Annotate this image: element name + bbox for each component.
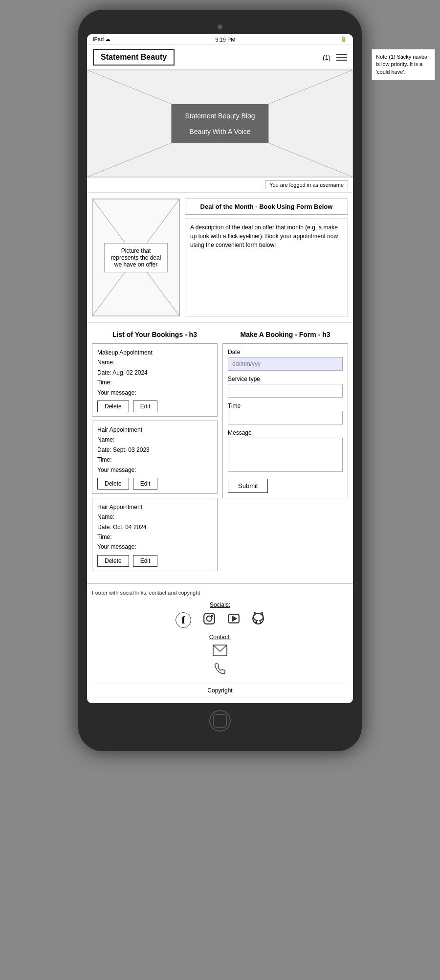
booking-card-2: Hair Appointment Name: Date: Sept. 03 20…	[92, 421, 218, 494]
footer-socials-icons: f	[92, 612, 348, 628]
screen: iPad ☁ 9:19 PM 🔋 Statement Beauty (1)	[87, 34, 353, 703]
booking-2-delete-button[interactable]: Delete	[97, 478, 129, 490]
svg-point-7	[207, 616, 212, 621]
device-frame: iPad ☁ 9:19 PM 🔋 Statement Beauty (1)	[78, 10, 362, 751]
svg-marker-10	[233, 617, 237, 621]
booking-3-name: Name:	[97, 512, 212, 522]
booking-2-actions: Delete Edit	[97, 478, 212, 490]
booking-3-date: Date: Oct. 04 2024	[97, 522, 212, 532]
note-text: Note (1) Sticky navbar is low priority. …	[376, 54, 429, 75]
booking-2-name: Name:	[97, 435, 212, 445]
device-bottom	[87, 710, 353, 732]
footer-note: Footer with social links, contact and co…	[92, 590, 348, 596]
booking-1-date: Date: Aug. 02 2024	[97, 368, 212, 378]
hamburger-line-2	[336, 57, 347, 58]
home-button-inner	[213, 714, 227, 728]
youtube-icon[interactable]	[227, 612, 240, 628]
booking-3-edit-button[interactable]: Edit	[133, 555, 158, 567]
booking-1-actions: Delete Edit	[97, 401, 212, 412]
navbar-logo[interactable]: Statement Beauty	[93, 49, 175, 66]
hamburger-menu[interactable]	[336, 54, 347, 61]
message-textarea[interactable]	[228, 438, 343, 472]
note-callout: Note (1) Sticky navbar is low priority. …	[372, 49, 435, 80]
home-button[interactable]	[209, 710, 231, 732]
status-device: iPad ☁	[93, 36, 110, 43]
outer-wrapper: Note (1) Sticky navbar is low priority. …	[0, 10, 440, 751]
hamburger-line-3	[336, 60, 347, 61]
booking-2-date: Date: Sept. 03 2023	[97, 445, 212, 455]
booking-3-delete-button[interactable]: Delete	[97, 555, 129, 567]
form-date-group: Date	[228, 349, 343, 371]
bookings-list-heading: List of Your Bookings - h3	[92, 331, 218, 338]
deal-section: Picture that represents the deal we have…	[87, 193, 353, 323]
form-message-group: Message	[228, 429, 343, 474]
instagram-icon[interactable]	[203, 612, 216, 628]
form-date-label: Date	[228, 349, 343, 356]
hero-overlay: Statement Beauty Blog Beauty With A Voic…	[171, 104, 268, 143]
email-icon[interactable]	[213, 645, 227, 659]
facebook-icon[interactable]: f	[176, 612, 191, 628]
phone-icon[interactable]	[214, 663, 226, 678]
booking-2-message: Your message:	[97, 465, 212, 475]
form-service-label: Service type	[228, 376, 343, 382]
booking-card-1: Makeup Appointment Name: Date: Aug. 02 2…	[92, 343, 218, 417]
booking-2-time: Time:	[97, 455, 212, 465]
status-battery: 🔋	[340, 36, 347, 43]
device-top	[87, 24, 353, 29]
footer-contact-icons	[92, 645, 348, 678]
hero-line1: Statement Beauty Blog	[185, 112, 255, 120]
time-input[interactable]	[228, 411, 343, 424]
svg-point-8	[212, 615, 213, 616]
hero-line2: Beauty With A Voice	[185, 128, 255, 135]
deal-title: Deal of the Month - Book Using Form Belo…	[185, 199, 348, 215]
deal-image-label: Picture that represents the deal we have…	[104, 243, 168, 272]
service-input[interactable]	[228, 384, 343, 398]
deal-description: A description of the deal on offer that …	[185, 219, 348, 316]
bookings-section: List of Your Bookings - h3 Makeup Appoin…	[87, 323, 353, 583]
svg-rect-6	[204, 613, 215, 624]
booking-card-3: Hair Appointment Name: Date: Oct. 04 202…	[92, 498, 218, 571]
booking-1-delete-button[interactable]: Delete	[97, 401, 129, 412]
github-icon[interactable]	[252, 612, 264, 628]
booking-form: Date Service type Time Message	[222, 343, 348, 498]
status-time: 9:19 PM	[216, 37, 236, 43]
booking-3-actions: Delete Edit	[97, 555, 212, 567]
navbar-notification[interactable]: (1)	[323, 54, 330, 61]
form-time-label: Time	[228, 402, 343, 409]
navbar-right: (1)	[323, 54, 347, 61]
footer-copyright: Copyright	[92, 684, 348, 697]
login-status-text: You are logged in as username	[265, 180, 348, 189]
booking-3-message: Your message:	[97, 542, 212, 552]
login-status-bar: You are logged in as username	[87, 178, 353, 193]
booking-1-message: Your message:	[97, 388, 212, 398]
form-message-label: Message	[228, 429, 343, 436]
date-input[interactable]	[228, 357, 343, 371]
booking-3-type: Hair Appointment	[97, 502, 212, 512]
booking-form-heading: Make A Booking - Form - h3	[222, 331, 348, 338]
booking-2-type: Hair Appointment	[97, 425, 212, 435]
footer-contact-label: Contact:	[92, 634, 348, 641]
deal-image: Picture that represents the deal we have…	[92, 199, 180, 316]
footer: Footer with social links, contact and co…	[87, 583, 353, 703]
booking-3-time: Time:	[97, 532, 212, 542]
booking-1-time: Time:	[97, 378, 212, 387]
booking-1-name: Name:	[97, 357, 212, 367]
booking-1-edit-button[interactable]: Edit	[133, 401, 158, 412]
booking-1-type: Makeup Appointment	[97, 348, 212, 357]
bookings-list: List of Your Bookings - h3 Makeup Appoin…	[92, 331, 218, 575]
form-service-group: Service type	[228, 376, 343, 398]
status-left: iPad ☁	[93, 36, 110, 43]
submit-button[interactable]: Submit	[228, 479, 268, 493]
hero-banner: Statement Beauty Blog Beauty With A Voic…	[87, 70, 353, 178]
booking-2-edit-button[interactable]: Edit	[133, 478, 158, 490]
form-time-group: Time	[228, 402, 343, 424]
navbar: Statement Beauty (1)	[87, 45, 353, 70]
deal-content: Deal of the Month - Book Using Form Belo…	[185, 199, 348, 316]
status-bar: iPad ☁ 9:19 PM 🔋	[87, 34, 353, 45]
footer-socials-label: Socials:	[92, 601, 348, 608]
camera-dot	[218, 24, 222, 29]
booking-form-col: Make A Booking - Form - h3 Date Service …	[222, 331, 348, 575]
hamburger-line-1	[336, 54, 347, 55]
